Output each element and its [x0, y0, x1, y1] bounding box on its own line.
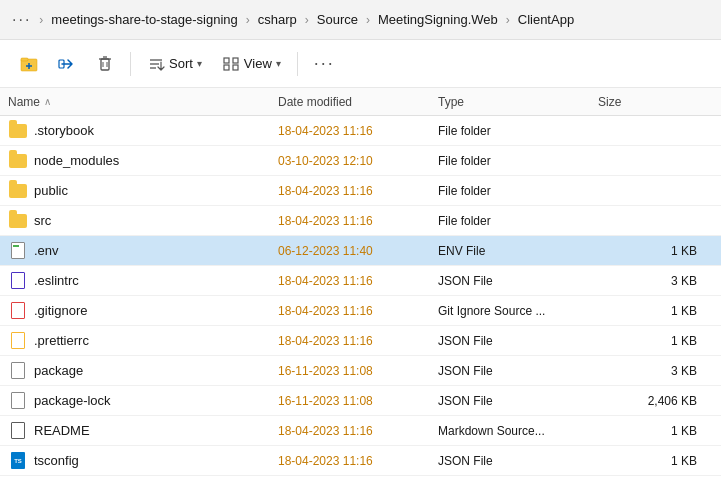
sort-chevron-icon: ▾	[197, 58, 202, 69]
file-icon-6	[8, 301, 28, 321]
file-size: 3 KB	[598, 274, 713, 288]
name-sort-arrow: ∧	[44, 96, 51, 107]
col-header-size[interactable]: Size	[598, 95, 713, 109]
svg-rect-13	[224, 58, 229, 63]
file-type: File folder	[438, 124, 598, 138]
file-type: File folder	[438, 214, 598, 228]
file-name: src	[34, 213, 278, 228]
file-type: ENV File	[438, 244, 598, 258]
file-size: 1 KB	[598, 304, 713, 318]
file-name: node_modules	[34, 153, 278, 168]
file-size: 1 KB	[598, 244, 713, 258]
view-label: View	[244, 56, 272, 71]
breadcrumb-sep-3: ›	[366, 13, 370, 27]
toolbar-separator-1	[130, 52, 131, 76]
file-icon-3	[8, 211, 28, 231]
file-icon-8	[8, 361, 28, 381]
file-type: Markdown Source...	[438, 424, 598, 438]
file-type: File folder	[438, 184, 598, 198]
table-row[interactable]: TStsconfig18-04-2023 11:16JSON File1 KB	[0, 446, 721, 476]
file-name: .env	[34, 243, 278, 258]
file-name: tsconfig	[34, 453, 278, 468]
table-row[interactable]: .storybook18-04-2023 11:16File folder	[0, 116, 721, 146]
file-icon-1	[8, 151, 28, 171]
view-chevron-icon: ▾	[276, 58, 281, 69]
view-button[interactable]: View ▾	[214, 49, 289, 79]
prettier-file-icon	[11, 332, 25, 349]
file-name: .gitignore	[34, 303, 278, 318]
table-row[interactable]: src18-04-2023 11:16File folder	[0, 206, 721, 236]
file-date: 06-12-2023 11:40	[278, 244, 438, 258]
table-row[interactable]: package16-11-2023 11:08JSON File3 KB	[0, 356, 721, 386]
new-folder-icon	[20, 55, 38, 73]
breadcrumb-item-web[interactable]: MeetingSigning.Web	[374, 10, 502, 29]
delete-button[interactable]	[88, 49, 122, 79]
env-file-icon	[11, 242, 25, 259]
col-header-name[interactable]: Name ∧	[8, 95, 278, 109]
more-button[interactable]: ···	[306, 47, 343, 80]
file-date: 16-11-2023 11:08	[278, 394, 438, 408]
file-date: 18-04-2023 11:16	[278, 124, 438, 138]
file-size: 1 KB	[598, 424, 713, 438]
file-type: JSON File	[438, 334, 598, 348]
more-icon: ···	[314, 53, 335, 74]
file-type: JSON File	[438, 454, 598, 468]
folder-icon	[9, 184, 27, 198]
file-name: .eslintrc	[34, 273, 278, 288]
col-header-date[interactable]: Date modified	[278, 95, 438, 109]
new-folder-button[interactable]	[12, 49, 46, 79]
file-name: .storybook	[34, 123, 278, 138]
table-row[interactable]: .eslintrc18-04-2023 11:16JSON File3 KB	[0, 266, 721, 296]
md-file-icon	[11, 422, 25, 439]
file-icon-2	[8, 181, 28, 201]
table-row[interactable]: .env06-12-2023 11:40ENV File1 KB	[0, 236, 721, 266]
toolbar-separator-2	[297, 52, 298, 76]
svg-rect-14	[233, 58, 238, 63]
file-type: Git Ignore Source ...	[438, 304, 598, 318]
file-size: 1 KB	[598, 334, 713, 348]
sort-button[interactable]: Sort ▾	[139, 49, 210, 79]
breadcrumb-item-source[interactable]: Source	[313, 10, 362, 29]
folder-icon	[9, 214, 27, 228]
table-row[interactable]: .gitignore18-04-2023 11:16Git Ignore Sou…	[0, 296, 721, 326]
file-icon-9	[8, 391, 28, 411]
table-row[interactable]: node_modules03-10-2023 12:10File folder	[0, 146, 721, 176]
breadcrumb-sep-2: ›	[305, 13, 309, 27]
breadcrumb-item-csharp[interactable]: csharp	[254, 10, 301, 29]
eslint-file-icon	[11, 272, 25, 289]
table-row[interactable]: README18-04-2023 11:16Markdown Source...…	[0, 416, 721, 446]
view-icon	[222, 55, 240, 73]
file-list-header: Name ∧ Date modified Type Size	[0, 88, 721, 116]
file-date: 18-04-2023 11:16	[278, 424, 438, 438]
file-name: .prettierrc	[34, 333, 278, 348]
file-list: Name ∧ Date modified Type Size .storyboo…	[0, 88, 721, 476]
folder-icon	[9, 124, 27, 138]
col-header-type[interactable]: Type	[438, 95, 598, 109]
svg-rect-16	[233, 65, 238, 70]
file-type: JSON File	[438, 364, 598, 378]
table-row[interactable]: package-lock16-11-2023 11:08JSON File2,4…	[0, 386, 721, 416]
file-date: 18-04-2023 11:16	[278, 214, 438, 228]
svg-rect-1	[21, 58, 28, 61]
share-button[interactable]	[50, 49, 84, 79]
file-size: 2,406 KB	[598, 394, 713, 408]
file-size: 1 KB	[598, 454, 713, 468]
file-icon-0	[8, 121, 28, 141]
delete-icon	[96, 55, 114, 73]
file-date: 18-04-2023 11:16	[278, 454, 438, 468]
breadcrumb-sep-1: ›	[246, 13, 250, 27]
file-type: JSON File	[438, 394, 598, 408]
file-name: package-lock	[34, 393, 278, 408]
breadcrumb-back-dots[interactable]: ···	[8, 9, 35, 31]
file-date: 18-04-2023 11:16	[278, 274, 438, 288]
package-file-icon	[11, 392, 25, 409]
file-icon-5	[8, 271, 28, 291]
breadcrumb-item-root[interactable]: meetings-share-to-stage-signing	[47, 10, 241, 29]
table-row[interactable]: public18-04-2023 11:16File folder	[0, 176, 721, 206]
breadcrumb-item-clientapp[interactable]: ClientApp	[514, 10, 578, 29]
file-name: package	[34, 363, 278, 378]
sort-icon	[147, 55, 165, 73]
table-row[interactable]: .prettierrc18-04-2023 11:16JSON File1 KB	[0, 326, 721, 356]
file-type: JSON File	[438, 274, 598, 288]
git-file-icon	[11, 302, 25, 319]
